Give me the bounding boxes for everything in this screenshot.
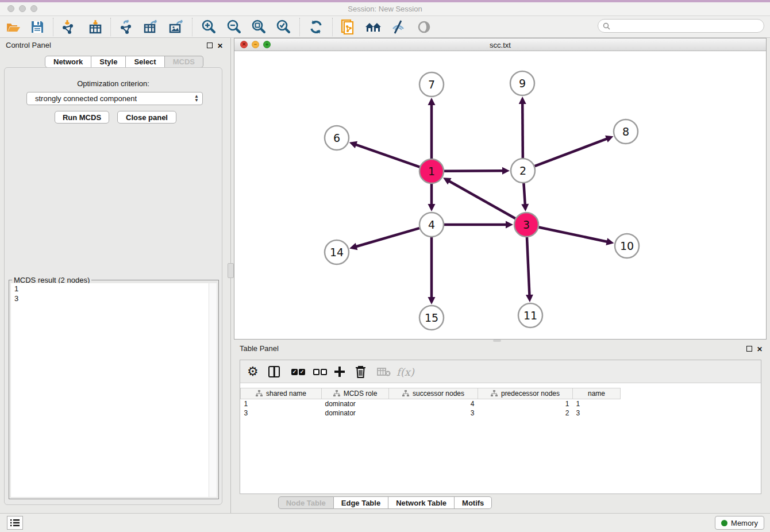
tab-network-table[interactable]: Network Table	[388, 496, 455, 509]
task-history-button[interactable]	[7, 516, 23, 530]
column-header-predecessor-nodes[interactable]: predecessor nodes	[478, 388, 573, 399]
zoom-fit-icon[interactable]	[250, 18, 267, 36]
vertical-splitter-handle[interactable]	[228, 263, 234, 278]
mcds-result-text[interactable]: 1 3	[11, 283, 209, 497]
export-image-icon[interactable]	[167, 18, 184, 36]
zoom-in-icon[interactable]	[200, 18, 217, 36]
export-table-icon[interactable]	[142, 18, 159, 36]
close-table-panel-icon[interactable]: ✕	[757, 345, 763, 353]
deselect-all-icon[interactable]	[313, 364, 328, 380]
svg-text:11: 11	[523, 309, 537, 322]
delete-icon[interactable]	[355, 364, 366, 380]
add-column-icon[interactable]	[334, 364, 345, 380]
mcds-panel: Optimization criterion: strongly connect…	[4, 67, 222, 505]
hide-selected-icon[interactable]	[390, 18, 407, 36]
float-table-panel-icon[interactable]	[746, 345, 752, 353]
graph-node-15[interactable]: 15	[419, 306, 444, 330]
cell-successor-nodes[interactable]: 3	[389, 408, 478, 418]
memory-button[interactable]: Memory	[715, 516, 764, 530]
cell-successor-nodes[interactable]: 4	[389, 399, 478, 408]
application-window: Session: New Session	[0, 0, 770, 532]
cell-shared-name[interactable]: 3	[241, 408, 322, 418]
graph-edge-2-9[interactable]	[522, 103, 523, 158]
memory-status-icon	[721, 520, 727, 526]
save-session-icon[interactable]	[29, 18, 46, 36]
clone-network-icon[interactable]	[340, 18, 357, 36]
cell-name[interactable]: 1	[573, 399, 621, 408]
graph-node-1[interactable]: 1	[419, 159, 444, 183]
graph-node-14[interactable]: 14	[325, 240, 349, 264]
layout-refresh-icon[interactable]	[307, 18, 325, 36]
import-network-icon[interactable]	[59, 18, 76, 36]
horizontal-splitter-handle[interactable]	[493, 340, 501, 342]
column-layout-icon[interactable]	[268, 364, 280, 380]
cell-name[interactable]: 3	[573, 408, 621, 418]
table-settings-icon[interactable]: ⚙	[247, 364, 259, 380]
search-box[interactable]	[598, 19, 764, 33]
graph-edge-2-3[interactable]	[523, 183, 525, 205]
close-panel-button[interactable]: Close panel	[117, 111, 176, 124]
network-graph[interactable]: 7968124314101511	[234, 51, 766, 339]
graph-edge-4-14[interactable]	[356, 228, 419, 246]
svg-text:8: 8	[622, 125, 629, 138]
hierarchy-icon	[402, 390, 409, 397]
function-builder-icon[interactable]: f(x)	[396, 364, 414, 380]
graph-edge-1-6[interactable]	[355, 144, 419, 167]
graph-node-3[interactable]: 3	[514, 213, 538, 237]
cell-shared-name[interactable]: 1	[241, 399, 322, 408]
tab-motifs[interactable]: Motifs	[455, 496, 492, 509]
cell-mcds-role[interactable]: dominator	[322, 399, 389, 408]
graph-node-11[interactable]: 11	[518, 303, 542, 327]
show-hidden-icon[interactable]	[415, 18, 433, 36]
run-mcds-button[interactable]: Run MCDS	[55, 111, 109, 124]
svg-text:1: 1	[428, 165, 435, 178]
optimization-criterion-dropdown[interactable]: strongly connected component ▲▼	[26, 92, 203, 105]
hierarchy-icon	[491, 390, 498, 397]
export-network-icon[interactable]	[117, 18, 134, 36]
tab-edge-table[interactable]: Edge Table	[334, 496, 388, 509]
chevron-up-down-icon: ▲▼	[194, 94, 199, 102]
graph-node-6[interactable]: 6	[325, 126, 349, 150]
column-header-successor-nodes[interactable]: successor nodes	[389, 388, 478, 399]
graph-node-7[interactable]: 7	[419, 72, 444, 97]
tab-mcds[interactable]: MCDS	[165, 56, 203, 68]
graph-edge-3-10[interactable]	[539, 228, 608, 242]
open-file-icon[interactable]	[5, 18, 22, 36]
column-header-name[interactable]: name	[573, 388, 621, 399]
column-header-shared-name[interactable]: shared name	[241, 388, 322, 399]
search-input[interactable]	[613, 22, 764, 30]
tab-node-table[interactable]: Node Table	[278, 496, 334, 509]
network-window-titlebar[interactable]: ✕ − ＋ scc.txt	[234, 38, 766, 51]
import-table-icon[interactable]	[87, 18, 104, 36]
network-canvas[interactable]: 7968124314101511	[234, 51, 766, 339]
first-neighbors-icon[interactable]	[365, 18, 382, 36]
window-accent-strip	[0, 0, 770, 2]
result-scrollbar[interactable]	[209, 283, 217, 497]
control-panel-tabs: Network Style Select MCDS	[45, 56, 203, 68]
close-panel-icon[interactable]: ✕	[217, 42, 223, 50]
zoom-selected-icon[interactable]	[275, 18, 292, 36]
graph-edge-1-2[interactable]	[444, 171, 503, 171]
destroy-table-icon[interactable]	[377, 364, 391, 380]
tab-style[interactable]: Style	[91, 56, 126, 68]
cell-mcds-role[interactable]: dominator	[322, 408, 389, 418]
graph-node-9[interactable]: 9	[510, 71, 534, 95]
select-all-icon[interactable]: ✓✓	[291, 364, 306, 380]
graph-node-8[interactable]: 8	[614, 119, 638, 144]
graph-node-10[interactable]: 10	[615, 234, 639, 258]
float-panel-icon[interactable]	[207, 42, 213, 50]
zoom-out-icon[interactable]	[225, 18, 242, 36]
graph-node-2[interactable]: 2	[511, 159, 535, 183]
column-header-mcds-role[interactable]: MCDS role	[322, 388, 389, 399]
graph-edge-3-11[interactable]	[527, 237, 530, 296]
hierarchy-icon	[333, 390, 340, 397]
tab-select[interactable]: Select	[126, 56, 164, 68]
graph-node-4[interactable]: 4	[419, 213, 444, 237]
graph-edge-3-1[interactable]	[449, 181, 515, 219]
table-row[interactable]: 1 dominator 4 1 1	[241, 399, 621, 408]
tab-network[interactable]: Network	[45, 56, 91, 68]
graph-edge-2-8[interactable]	[535, 138, 608, 166]
cell-predecessor-nodes[interactable]: 1	[478, 399, 573, 408]
table-row[interactable]: 3 dominator 3 2 3	[241, 408, 621, 418]
cell-predecessor-nodes[interactable]: 2	[478, 408, 573, 418]
